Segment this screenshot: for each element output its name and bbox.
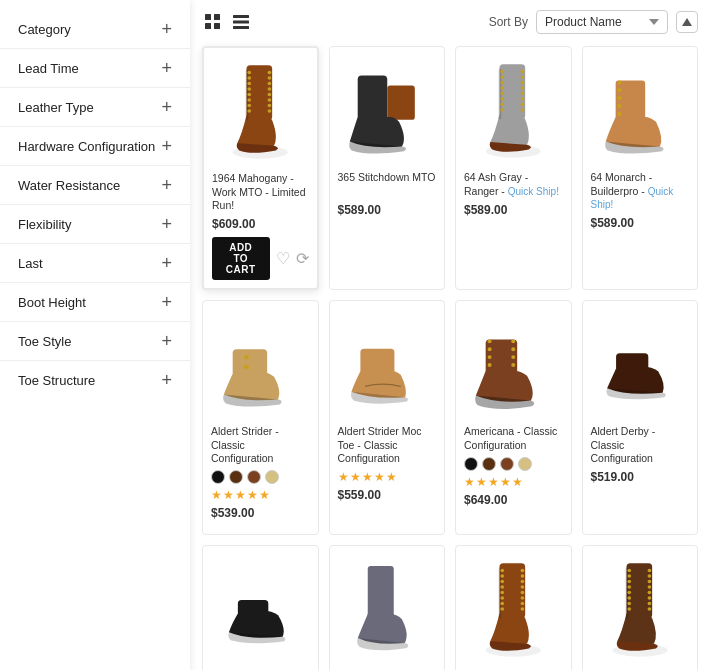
list-view-button[interactable] xyxy=(230,11,252,33)
product-card-12[interactable]: Placeholder Boot 2 $499.00 xyxy=(582,545,699,670)
product-price: $589.00 xyxy=(464,203,563,217)
sidebar-expand-hardware-configuration: + xyxy=(161,137,172,155)
svg-point-50 xyxy=(617,96,621,100)
svg-point-65 xyxy=(511,363,515,367)
sidebar-expand-leather-type: + xyxy=(161,98,172,116)
sidebar-item-leather-type[interactable]: Leather Type + xyxy=(0,88,190,127)
svg-point-21 xyxy=(268,98,272,102)
sidebar-item-category[interactable]: Category + xyxy=(0,10,190,49)
sidebar-item-toe-style[interactable]: Toe Style + xyxy=(0,322,190,361)
product-image xyxy=(338,554,437,664)
color-swatch[interactable] xyxy=(464,457,478,471)
product-card-8[interactable]: Aldert Derby - Classic Configuration $51… xyxy=(582,300,699,535)
color-swatch[interactable] xyxy=(211,470,225,484)
svg-rect-5 xyxy=(233,21,249,24)
svg-point-24 xyxy=(247,109,251,113)
sidebar-item-boot-height[interactable]: Boot Height + xyxy=(0,283,190,322)
sort-label: Sort By xyxy=(489,15,528,29)
svg-point-40 xyxy=(521,92,525,96)
product-price: $589.00 xyxy=(338,203,437,217)
sidebar-expand-toe-structure: + xyxy=(161,371,172,389)
product-card-10[interactable]: Americana Ranger - Classic Configuration… xyxy=(329,545,446,670)
svg-point-104 xyxy=(647,602,651,606)
svg-point-48 xyxy=(617,80,621,84)
product-name: Aldert Strider - Classic Configuration xyxy=(211,425,310,466)
product-card-6[interactable]: Aldert Strider Moc Toe - Classic Configu… xyxy=(329,300,446,535)
color-swatch[interactable] xyxy=(247,470,261,484)
product-name: 64 Ash Gray - Ranger - Quick Ship! xyxy=(464,171,563,199)
color-swatch[interactable] xyxy=(229,470,243,484)
product-card-2[interactable]: 365 Stitchdown MTO $589.00 xyxy=(329,46,446,290)
svg-point-10 xyxy=(247,71,251,75)
sidebar-item-last[interactable]: Last + xyxy=(0,244,190,283)
svg-point-44 xyxy=(521,103,525,107)
grid-view-button[interactable] xyxy=(202,11,224,33)
product-image xyxy=(591,55,690,165)
svg-point-78 xyxy=(500,585,504,589)
product-name: Aldert Strider Moc Toe - Classic Configu… xyxy=(338,425,437,466)
svg-point-64 xyxy=(488,363,492,367)
product-image xyxy=(591,554,690,664)
sidebar-item-hardware-configuration[interactable]: Hardware Configuration + xyxy=(0,127,190,166)
product-image xyxy=(464,55,563,165)
product-image xyxy=(212,56,309,166)
add-to-cart-button[interactable]: ADD TO CART xyxy=(212,237,270,280)
product-image xyxy=(591,309,690,419)
svg-point-12 xyxy=(247,76,251,80)
svg-point-83 xyxy=(521,596,525,600)
product-price: $519.00 xyxy=(591,470,690,484)
color-swatch[interactable] xyxy=(482,457,496,471)
product-card-1[interactable]: 1964 Mahogany - Work MTO - Limited Run! … xyxy=(202,46,319,290)
compare-button[interactable]: ⟳ xyxy=(296,249,309,268)
sidebar-expand-lead-time: + xyxy=(161,59,172,77)
svg-point-11 xyxy=(268,71,272,75)
svg-point-55 xyxy=(244,364,249,369)
svg-point-32 xyxy=(521,70,525,74)
svg-point-84 xyxy=(500,602,504,606)
svg-point-82 xyxy=(500,596,504,600)
svg-point-36 xyxy=(521,81,525,85)
sort-select[interactable]: Product Name Price: Low to High Price: H… xyxy=(536,10,668,34)
product-card-9[interactable]: Aldert Oxford - Classic Configuration $5… xyxy=(202,545,319,670)
product-price: $539.00 xyxy=(211,506,310,520)
sidebar-item-water-resistance[interactable]: Water Resistance + xyxy=(0,166,190,205)
color-swatch[interactable] xyxy=(265,470,279,484)
sidebar-label-hardware-configuration: Hardware Configuration xyxy=(18,139,155,154)
sidebar-expand-category: + xyxy=(161,20,172,38)
svg-point-100 xyxy=(647,591,651,595)
sidebar-label-lead-time: Lead Time xyxy=(18,61,79,76)
product-card-5[interactable]: Aldert Strider - Classic Configuration ★… xyxy=(202,300,319,535)
svg-point-61 xyxy=(511,347,515,351)
svg-point-106 xyxy=(647,607,651,611)
product-price: $589.00 xyxy=(591,216,690,230)
svg-point-80 xyxy=(500,591,504,595)
svg-point-87 xyxy=(521,607,525,611)
svg-point-37 xyxy=(500,86,504,90)
color-swatch[interactable] xyxy=(500,457,514,471)
product-card-3[interactable]: 64 Ash Gray - Ranger - Quick Ship! $589.… xyxy=(455,46,572,290)
wishlist-button[interactable]: ♡ xyxy=(276,249,290,268)
sidebar-item-toe-structure[interactable]: Toe Structure + xyxy=(0,361,190,399)
product-name: 1964 Mahogany - Work MTO - Limited Run! xyxy=(212,172,309,213)
svg-point-86 xyxy=(500,607,504,611)
product-card-7[interactable]: Americana - Classic Configuration ★★★★★ … xyxy=(455,300,572,535)
svg-point-15 xyxy=(268,82,272,86)
sidebar-expand-last: + xyxy=(161,254,172,272)
svg-point-93 xyxy=(627,574,631,578)
svg-point-25 xyxy=(268,109,272,113)
svg-point-20 xyxy=(247,98,251,102)
product-image xyxy=(211,309,310,419)
svg-point-95 xyxy=(627,580,631,584)
product-name: Aldert Derby - Classic Configuration xyxy=(591,425,690,466)
color-swatch[interactable] xyxy=(518,457,532,471)
svg-rect-68 xyxy=(367,566,393,618)
sort-direction-button[interactable] xyxy=(676,11,698,33)
product-image xyxy=(464,554,563,664)
product-card-4[interactable]: 64 Monarch - Builderpro - Quick Ship! $5… xyxy=(582,46,699,290)
sidebar-item-flexibility[interactable]: Flexibility + xyxy=(0,205,190,244)
product-card-11[interactable]: Placeholder Boot $499.00 xyxy=(455,545,572,670)
sidebar-item-lead-time[interactable]: Lead Time + xyxy=(0,49,190,88)
svg-rect-27 xyxy=(387,85,415,119)
svg-rect-0 xyxy=(205,14,211,20)
svg-point-63 xyxy=(511,355,515,359)
